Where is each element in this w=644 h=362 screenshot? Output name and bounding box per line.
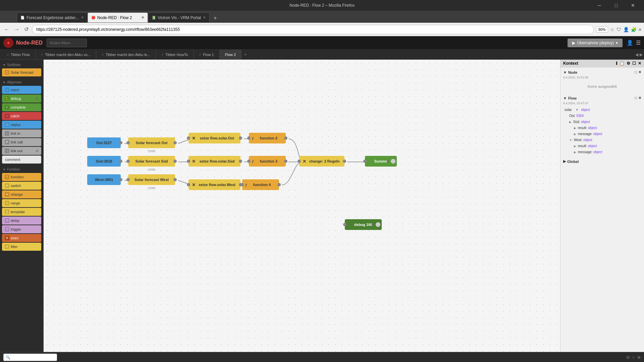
forward-button[interactable]: →	[13, 25, 21, 34]
ctx-west-row: ▼ West: object	[565, 137, 641, 143]
flow-tab-tibber[interactable]: ✓ Tibber Flow	[1, 50, 36, 59]
close-button[interactable]: ✕	[625, 0, 641, 11]
node-west-inject[interactable]: West:3851	[87, 174, 121, 185]
zoom-reset-icon[interactable]: ○	[632, 355, 635, 360]
palette-template[interactable]: {} template	[2, 208, 41, 216]
tab-close-3[interactable]: ✕	[203, 15, 206, 20]
menu-hamburger-icon[interactable]: ☰	[636, 40, 641, 46]
zoom-fit-icon[interactable]: ⊟	[626, 355, 630, 360]
node-func3[interactable]: f function 3	[249, 156, 286, 167]
global-section-title[interactable]: ▶ Global	[563, 159, 641, 164]
node-section-title[interactable]: ▼ Node □ ✕	[563, 70, 641, 74]
flow-tab-howto[interactable]: ✓ Tibber HowTo	[156, 50, 194, 59]
flow-nav-right[interactable]: ▶	[640, 52, 643, 57]
node-setze-west[interactable]: ✕ setze flow.solar.West	[189, 179, 240, 190]
ctx-west-arrow[interactable]: ▼	[569, 138, 572, 142]
deploy-button[interactable]: ▶ Übernahme (deploy) ▾	[568, 39, 623, 47]
section-allgemein[interactable]: ▼ Allgemein	[0, 78, 43, 85]
node-search-input[interactable]	[47, 39, 87, 47]
palette-inject[interactable]: → inject	[2, 86, 41, 94]
browser-tab-3[interactable]: 📗 Victron Vis - VRM Portal ✕	[148, 12, 210, 22]
ctx-sued-arrow[interactable]: ▶	[569, 120, 572, 124]
node-solar-west[interactable]: Solar forecast West 22/60	[128, 174, 175, 185]
palette-trigger[interactable]: ⏱ trigger	[2, 225, 41, 233]
panel-close-icon[interactable]: ✕	[638, 61, 641, 66]
section-subflows[interactable]: ▼ Subflows	[0, 61, 43, 68]
node-setze-sued[interactable]: ✕ setze flow.solar.Süd	[189, 156, 240, 167]
palette-range[interactable]: ≡ range	[2, 199, 41, 207]
panel-copy-icon[interactable]: 📋	[620, 61, 625, 66]
node-change2[interactable]: ✕ change: 2 Regeln	[299, 156, 344, 167]
flow-tab-tibber3[interactable]: ✓ Tibber macht den Akku le...	[96, 50, 156, 59]
flow-tab-flow1[interactable]: ✓ Flow 1	[194, 50, 219, 59]
port-left	[126, 160, 130, 163]
node-summe[interactable]: Summe ☰	[365, 156, 397, 167]
node-func4[interactable]: f function 4	[242, 179, 279, 190]
flow-section-expand[interactable]: □	[635, 96, 637, 100]
ctx-west-result-arrow[interactable]: ▶	[574, 144, 576, 148]
tab-close-1[interactable]: ✕	[81, 15, 84, 20]
section-funktion[interactable]: ▼ Funktion	[0, 166, 43, 172]
palette-function[interactable]: f function	[2, 173, 41, 181]
new-tab-button[interactable]: +	[211, 14, 219, 22]
palette-link-call[interactable]: ⟳ link call	[2, 138, 41, 146]
menu-icon[interactable]: ≡	[639, 27, 641, 32]
palette-solar-forecast[interactable]: ⬡ Solar forecast	[2, 68, 41, 76]
node-solar-sued[interactable]: Solar forecast Süd 24/60	[128, 156, 175, 167]
palette-debug[interactable]: 🐛 debug ☰	[2, 95, 41, 103]
node-toggle[interactable]	[391, 159, 395, 164]
back-button[interactable]: ←	[3, 25, 11, 34]
zoom-in-icon[interactable]: ⊕	[637, 355, 641, 360]
node-debug166[interactable]: debug 166 ☰	[345, 219, 382, 230]
add-flow-button[interactable]: +	[241, 52, 249, 57]
palette-status[interactable]: ⬡ status	[2, 121, 41, 129]
flow-tab-tibber2[interactable]: ✓ Tibber macht den Akku vo...	[36, 50, 96, 59]
panel-info-icon[interactable]: ℹ	[616, 61, 618, 66]
maximize-button[interactable]: □	[608, 0, 624, 11]
node-toggle[interactable]	[376, 222, 380, 227]
ctx-west-msg-arrow[interactable]: ▶	[574, 150, 576, 154]
account-icon[interactable]: 👤	[623, 27, 629, 32]
node-setze-ost[interactable]: ✕ setze flow.solar.Ost	[189, 133, 240, 143]
flow-nav-left[interactable]: ◀	[635, 52, 638, 57]
palette-delay[interactable]: ⏱ delay	[2, 217, 41, 225]
bookmark-icon[interactable]: ☆	[610, 27, 614, 32]
minimize-button[interactable]: ─	[592, 0, 607, 11]
palette-link-in[interactable]: ← link in	[2, 129, 41, 137]
tab-close-2[interactable]: ✕	[141, 15, 144, 20]
node-func2[interactable]: f function 2	[249, 133, 286, 143]
reload-button[interactable]: ↺	[23, 25, 30, 34]
node-menu-icon[interactable]: ☰	[386, 160, 389, 163]
palette-comment[interactable]: comment	[2, 156, 41, 164]
node-menu-icon[interactable]: ☰	[371, 223, 374, 227]
ctx-sued-result-arrow[interactable]: ▶	[574, 126, 576, 130]
node-section-expand[interactable]: □	[635, 70, 637, 74]
flow-tab-label-flow1: Flow 1	[203, 53, 214, 57]
node-solar-ost[interactable]: Solar forecast Ost 23/60	[128, 137, 175, 148]
flow-tab-flow2[interactable]: Flow 2	[220, 50, 241, 59]
window-controls[interactable]: ─ □ ✕	[592, 0, 641, 11]
extensions-icon[interactable]: 🧩	[631, 27, 637, 32]
browser-tab-1[interactable]: 📄 Forecast Ergebnisse addier... ✕	[17, 12, 88, 22]
node-ost-inject[interactable]: Ost:3227	[87, 137, 121, 148]
flow-canvas[interactable]: Ost:3227 Solar forecast Ost 23/60 ✕ setz…	[44, 60, 560, 352]
palette-change[interactable]: ✕ change	[2, 190, 41, 198]
palette-complete[interactable]: ✓ complete	[2, 103, 41, 111]
palette-catch[interactable]: ! catch	[2, 112, 41, 120]
ctx-sued-msg-arrow[interactable]: ▶	[574, 132, 576, 136]
panel-expand-icon[interactable]: ☐	[632, 61, 636, 66]
canvas-search-input[interactable]	[3, 354, 57, 361]
palette-link-out[interactable]: → link out ⚙	[2, 147, 41, 155]
browser-tab-2[interactable]: 🔴 Node-RED : Flow 2 ✕	[88, 12, 148, 22]
node-sued-inject[interactable]: Süd:3818	[87, 156, 121, 167]
ctx-solar-expand[interactable]: ▼	[575, 108, 579, 112]
user-icon[interactable]: 👤	[627, 40, 633, 46]
palette-switch[interactable]: ⟳ switch	[2, 182, 41, 190]
flow-section-close[interactable]: ✕	[638, 96, 641, 100]
flow-section-title[interactable]: ▼ Flow □ ✕	[563, 96, 641, 100]
node-section-close[interactable]: ✕	[638, 70, 641, 74]
palette-filter[interactable]: ⟳ filter	[2, 243, 41, 251]
address-input[interactable]	[32, 25, 594, 34]
palette-exec[interactable]: ⚙ exec	[2, 234, 41, 242]
panel-gear-icon[interactable]: ⚙	[627, 61, 630, 66]
